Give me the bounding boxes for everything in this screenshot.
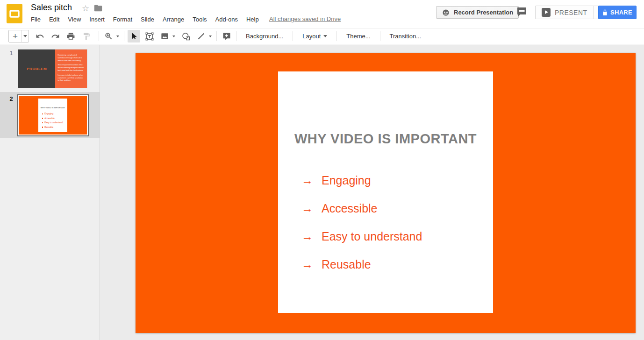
square-bullet-icon [42, 118, 43, 119]
menu-item[interactable]: Format [109, 16, 136, 23]
slide-canvas[interactable]: WHY VIDEO IS IMPORTANT → Engaging → Acce… [136, 53, 636, 333]
chevron-down-icon [323, 35, 327, 37]
chevron-down-icon [172, 35, 175, 37]
comments-icon[interactable] [516, 6, 528, 18]
arrow-bullet-icon: → [301, 202, 322, 215]
slide-title[interactable]: WHY VIDEO IS IMPORTANT [278, 131, 493, 147]
thumbnail-content-box: WHY VIDEO IS IMPORTANT Engaging [38, 99, 68, 132]
thumbnail-paragraph: Explaining complicated workflows through… [57, 54, 85, 62]
share-button[interactable]: SHARE [598, 6, 637, 19]
menu-item[interactable]: Tools [188, 16, 211, 23]
line-tool-button[interactable] [195, 30, 208, 42]
thumbnail-title: PROBLEM [27, 67, 47, 71]
toolbar-separator [336, 31, 337, 41]
background-button[interactable]: Background... [240, 30, 289, 42]
arrow-bullet-icon: → [301, 174, 322, 187]
square-bullet-icon [42, 127, 43, 128]
thumbnail-text-panel: Explaining complicated workflows through… [55, 50, 87, 88]
chevron-down-icon [209, 35, 212, 37]
thumbnail-bullet: Accessible [42, 117, 68, 120]
app-header: Sales pitch ☆ File Edit View Insert Form… [0, 0, 644, 28]
insert-image-button[interactable] [158, 30, 171, 42]
chevron-down-icon [116, 35, 119, 37]
slide-1-number: 1 [8, 50, 14, 57]
redo-button[interactable] [49, 30, 62, 42]
record-camera-icon [442, 9, 450, 16]
new-slide-button[interactable]: + [9, 30, 21, 42]
select-tool-button[interactable] [128, 30, 140, 42]
toolbar-separator [293, 31, 293, 41]
menu-item[interactable]: Edit [45, 16, 64, 23]
slide-bullet[interactable]: → Reusable [301, 250, 422, 278]
slide-bullet[interactable]: → Engaging [301, 166, 422, 194]
menu-item[interactable]: View [64, 16, 85, 23]
present-button-group: PRESENT [535, 6, 606, 19]
present-label: PRESENT [555, 9, 587, 16]
record-presentation-button[interactable]: Record Presentation [436, 6, 519, 19]
toolbar-separator [236, 31, 236, 41]
slide-bullet[interactable]: → Easy to understand [301, 222, 422, 250]
present-button[interactable]: PRESENT [536, 6, 594, 19]
line-dropdown[interactable] [208, 30, 213, 42]
thumbnail-bullet: Reusable [42, 126, 68, 128]
shape-tool-button[interactable] [179, 30, 192, 42]
slide-bullet[interactable]: → Accessible [301, 194, 422, 222]
transition-button[interactable]: Transition... [384, 30, 427, 42]
toolbar-separator [380, 31, 380, 41]
thumbnail-paragraph: Slow response/resolution time due to sen… [57, 64, 85, 71]
menu-item[interactable]: File [27, 16, 45, 23]
chevron-down-icon [23, 35, 27, 37]
thumbnail-paragraph: Increase in ticket volume when customers… [57, 74, 85, 82]
arrow-bullet-icon: → [301, 230, 322, 243]
insert-comment-button[interactable] [220, 30, 233, 42]
square-bullet-icon [42, 113, 43, 115]
theme-button[interactable]: Theme... [340, 30, 376, 42]
save-status-link[interactable]: All changes saved in Drive [269, 15, 341, 22]
menu-item[interactable]: Insert [85, 16, 109, 23]
image-dropdown[interactable] [171, 30, 177, 42]
filmstrip-row-1: 1 PROBLEM Explaining complicated workflo… [0, 45, 100, 92]
play-icon [542, 8, 551, 17]
toolbar: + [0, 28, 644, 44]
menu-item[interactable]: Slide [136, 16, 158, 23]
undo-button[interactable] [34, 30, 46, 42]
slide-2-number: 2 [8, 95, 14, 102]
slide-filmstrip: 1 PROBLEM Explaining complicated workflo… [0, 45, 100, 340]
filmstrip-row-2-selected: 2 WHY VIDEO IS IMPORTANT Engaging [0, 92, 100, 138]
layout-button[interactable]: Layout [296, 30, 333, 42]
folder-icon[interactable] [94, 5, 102, 12]
toolbar-separator [99, 31, 99, 41]
new-slide-dropdown[interactable] [21, 30, 29, 42]
zoom-dropdown[interactable] [115, 30, 121, 42]
slide-content-box[interactable]: WHY VIDEO IS IMPORTANT → Engaging → Acce… [278, 71, 493, 313]
zoom-button[interactable] [102, 30, 115, 42]
document-title[interactable]: Sales pitch [31, 3, 72, 13]
menu-item[interactable]: Arrange [158, 16, 188, 23]
paint-format-button [80, 30, 93, 42]
text-box-button[interactable] [143, 30, 156, 42]
slides-logo-icon[interactable] [7, 4, 22, 23]
menu-item[interactable]: Add-ons [211, 16, 242, 23]
slide-1-thumbnail[interactable]: PROBLEM Explaining complicated workflows… [18, 49, 87, 88]
slide-bullet-list[interactable]: → Engaging → Accessible → Easy to unders… [301, 166, 422, 278]
toolbar-separator [216, 31, 217, 41]
thumbnail-slide-surface: WHY VIDEO IS IMPORTANT Engaging [19, 96, 87, 135]
menu-bar: File Edit View Insert Format Slide Arran… [27, 14, 263, 24]
menu-item[interactable]: Help [242, 16, 263, 23]
arrow-bullet-icon: → [301, 258, 322, 271]
record-presentation-label: Record Presentation [454, 9, 513, 16]
thumbnail-bullet: Engaging [42, 113, 68, 115]
thumbnail-title: WHY VIDEO IS IMPORTANT [38, 106, 68, 109]
thumbnail-bullet-list: Engaging Accessible Easy to [42, 113, 68, 128]
layout-label: Layout [302, 33, 321, 40]
share-label: SHARE [610, 9, 632, 16]
lock-icon [602, 9, 608, 16]
slide-2-thumbnail[interactable]: WHY VIDEO IS IMPORTANT Engaging [17, 94, 89, 136]
workspace: 1 PROBLEM Explaining complicated workflo… [0, 45, 644, 340]
star-icon[interactable]: ☆ [82, 3, 89, 14]
thumbnail-bullet: Easy to understand [42, 121, 68, 124]
square-bullet-icon [42, 122, 43, 124]
print-button[interactable] [64, 30, 77, 42]
thumbnail-dark-panel: PROBLEM [18, 50, 55, 88]
new-slide-combo: + [8, 30, 29, 42]
